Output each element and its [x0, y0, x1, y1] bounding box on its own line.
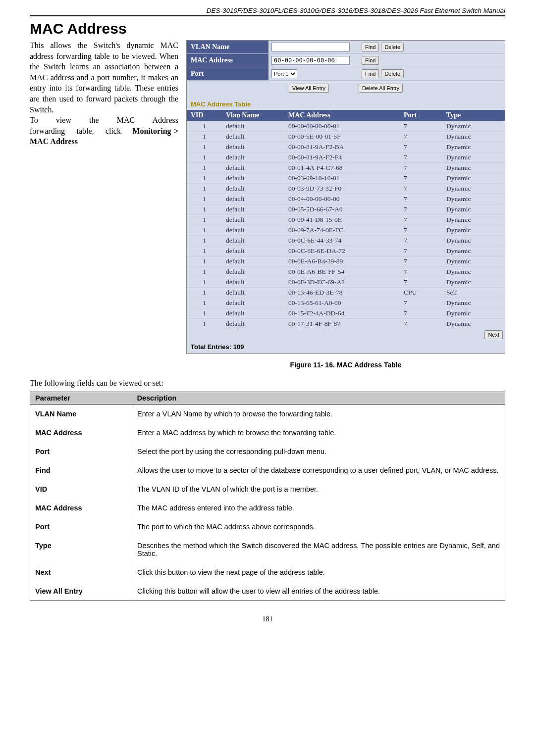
vlan-label: VLAN Name	[187, 41, 268, 53]
cell-type: Dynamic	[442, 298, 505, 308]
intro-p1: This allows the Switch's dynamic MAC add…	[30, 41, 178, 114]
param-row: NextClick this button to view the next p…	[30, 563, 505, 582]
cell-vlan: default	[222, 142, 284, 152]
param-desc: Describes the method which the Switch di…	[132, 536, 505, 563]
port-select[interactable]: Port 1	[271, 69, 297, 78]
cell-type: Dynamic	[442, 277, 505, 288]
cell-vlan: default	[222, 288, 284, 298]
param-desc: Allows the user to move to a sector of t…	[132, 461, 505, 480]
param-name: Next	[30, 563, 132, 582]
param-desc: Select the port by using the correspondi…	[132, 442, 505, 461]
param-name: View All Entry	[30, 582, 132, 601]
param-desc: The MAC address entered into the address…	[132, 499, 505, 517]
cell-port: 7	[400, 142, 442, 152]
port-find-button[interactable]: Find	[362, 69, 379, 78]
view-row: View All Entry Delete All Entry	[187, 81, 505, 96]
cell-mac: 00-0F-3D-EC-69-A2	[284, 277, 400, 288]
cell-mac: 00-00-81-9A-F2-F4	[284, 152, 400, 163]
cell-vlan: default	[222, 163, 284, 173]
cell-mac: 00-0E-A6-BE-FF-54	[284, 267, 400, 277]
cell-vid: 1	[187, 132, 222, 142]
cell-vid: 1	[187, 142, 222, 152]
cell-vid: 1	[187, 194, 222, 204]
cell-vlan: default	[222, 204, 284, 215]
port-label: Port	[187, 67, 268, 80]
param-name: MAC Address	[30, 499, 132, 517]
param-row: MAC AddressThe MAC address entered into …	[30, 499, 505, 517]
cell-mac: 00-03-9D-73-32-F0	[284, 184, 400, 194]
cell-mac: 00-0E-A6-B4-39-89	[284, 256, 400, 267]
cell-type: Dynamic	[442, 204, 505, 215]
cell-port: 7	[400, 121, 442, 132]
cell-vid: 1	[187, 267, 222, 277]
table-row: 1default00-00-81-9A-F2-BA7Dynamic	[187, 142, 505, 152]
page-title: MAC Address	[30, 20, 505, 37]
cell-vlan: default	[222, 256, 284, 267]
vlan-delete-button[interactable]: Delete	[381, 43, 404, 51]
mac-input[interactable]	[271, 56, 350, 65]
cell-vlan: default	[222, 173, 284, 184]
parameter-table: Parameter Description VLAN NameEnter a V…	[30, 392, 505, 601]
th-description: Description	[132, 392, 505, 404]
cell-type: Dynamic	[442, 319, 505, 329]
vlan-input[interactable]	[271, 43, 350, 51]
mac-label: MAC Address	[187, 54, 268, 67]
cell-port: 7	[400, 319, 442, 329]
cell-port: 7	[400, 132, 442, 142]
cell-vlan: default	[222, 267, 284, 277]
mac-row: MAC Address Find	[187, 54, 505, 67]
table-row: 1default00-15-F2-4A-DD-647Dynamic	[187, 308, 505, 319]
cell-vid: 1	[187, 288, 222, 298]
cell-type: Dynamic	[442, 256, 505, 267]
cell-vid: 1	[187, 215, 222, 225]
table-row: 1default00-00-81-9A-F2-F47Dynamic	[187, 152, 505, 163]
table-row: 1default00-13-65-61-A0-007Dynamic	[187, 298, 505, 308]
cell-port: 7	[400, 298, 442, 308]
param-name: Type	[30, 536, 132, 563]
delete-all-button[interactable]: Delete All Entry	[359, 84, 403, 93]
cell-vid: 1	[187, 256, 222, 267]
cell-mac: 00-15-F2-4A-DD-64	[284, 308, 400, 319]
cell-type: Self	[442, 288, 505, 298]
cell-type: Dynamic	[442, 173, 505, 184]
page-number: 181	[30, 615, 505, 623]
param-row: TypeDescribes the method which the Switc…	[30, 536, 505, 563]
param-row: VLAN NameEnter a VLAN Name by which to b…	[30, 404, 505, 424]
cell-vid: 1	[187, 225, 222, 236]
table-row: 1default00-09-41-D8-15-0E7Dynamic	[187, 215, 505, 225]
next-button[interactable]: Next	[484, 330, 503, 339]
param-desc: The VLAN ID of the VLAN of which the por…	[132, 480, 505, 499]
cell-vid: 1	[187, 204, 222, 215]
cell-mac: 00-13-46-ED-3E-78	[284, 288, 400, 298]
th-vid: VID	[187, 110, 222, 121]
cell-vlan: default	[222, 121, 284, 132]
port-delete-button[interactable]: Delete	[381, 69, 404, 78]
table-row: 1default00-03-09-18-10-017Dynamic	[187, 173, 505, 184]
cell-vlan: default	[222, 308, 284, 319]
cell-port: 7	[400, 204, 442, 215]
port-row: Port Port 1 Find Delete	[187, 67, 505, 81]
param-name: MAC Address	[30, 423, 132, 442]
cell-vlan: default	[222, 246, 284, 256]
cell-type: Dynamic	[442, 163, 505, 173]
cell-vid: 1	[187, 246, 222, 256]
vlan-find-button[interactable]: Find	[362, 43, 379, 51]
param-name: VID	[30, 480, 132, 499]
cell-type: Dynamic	[442, 246, 505, 256]
table-row: 1default00-0C-6E-6E-DA-727Dynamic	[187, 246, 505, 256]
cell-mac: 00-00-81-9A-F2-BA	[284, 142, 400, 152]
table-row: 1default00-00-00-00-00-017Dynamic	[187, 121, 505, 132]
param-row: FindAllows the user to move to a sector …	[30, 461, 505, 480]
cell-type: Dynamic	[442, 132, 505, 142]
cell-vlan: default	[222, 236, 284, 246]
table-row: 1default00-09-7A-74-0E-FC7Dynamic	[187, 225, 505, 236]
table-row: 1default00-04-00-00-00-007Dynamic	[187, 194, 505, 204]
mac-find-button[interactable]: Find	[362, 56, 379, 65]
view-all-button[interactable]: View All Entry	[289, 84, 329, 93]
subtext: The following fields can be viewed or se…	[30, 379, 505, 388]
cell-mac: 00-0C-6E-44-33-74	[284, 236, 400, 246]
cell-port: 7	[400, 256, 442, 267]
table-row: 1default00-01-4A-F4-C7-687Dynamic	[187, 163, 505, 173]
table-row: 1default00-05-5D-66-67-A07Dynamic	[187, 204, 505, 215]
cell-port: 7	[400, 152, 442, 163]
